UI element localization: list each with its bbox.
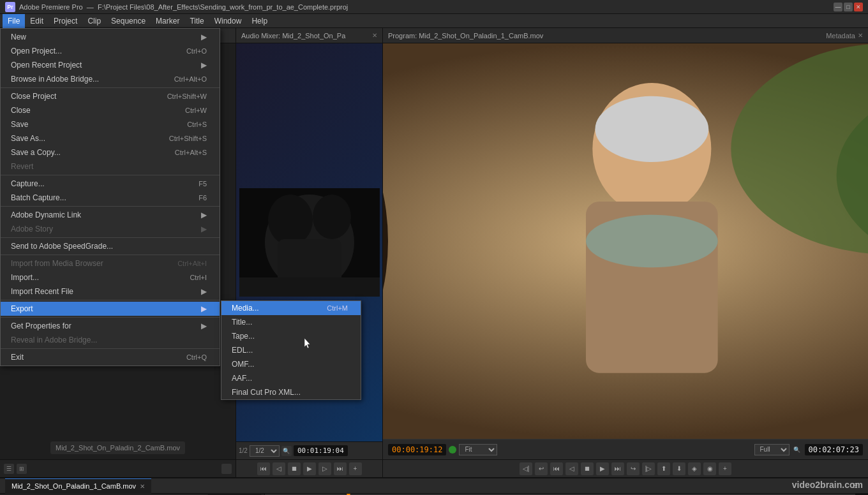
menu-capture[interactable]: Capture... F5	[1, 177, 220, 191]
menu-save-copy[interactable]: Save a Copy... Ctrl+Alt+S	[1, 145, 220, 159]
prog-add-marker[interactable]: +	[719, 462, 731, 475]
source-stop-btn[interactable]: ⏹	[288, 462, 301, 475]
source-monitor: Audio Mixer: Mid_2_Shot_On_Pa ✕ 1/2	[236, 28, 383, 477]
metadata-tab[interactable]: Metadata	[826, 32, 855, 40]
program-fit-select[interactable]: Fit Full 25%	[459, 444, 497, 455]
source-monitor-title: Audio Mixer: Mid_2_Shot_On_Pa	[241, 32, 370, 40]
svg-rect-5	[239, 277, 380, 297]
menu-import-recent-label: Import Recent File	[11, 287, 73, 296]
search-btn[interactable]	[221, 464, 232, 474]
menu-get-properties-label: Get Properties for	[11, 321, 71, 330]
batch-capture-shortcut: F6	[198, 194, 207, 202]
menu-close-project-label: Close Project	[11, 92, 56, 101]
menu-edit[interactable]: Edit	[25, 14, 49, 28]
menu-close-project[interactable]: Close Project Ctrl+Shift+W	[1, 89, 220, 103]
file-menu-section-9: Exit Ctrl+Q	[1, 349, 220, 366]
export-fcpxml-label: Final Cut Pro XML...	[232, 388, 301, 397]
svg-rect-4	[278, 239, 341, 284]
program-monitor-title: Program: Mid_2_Shot_On_Paladin_1_CamB.mo…	[388, 32, 813, 40]
menu-close[interactable]: Close Ctrl+W	[1, 103, 220, 117]
menu-open-project-label: Open Project...	[11, 47, 62, 55]
menu-clip[interactable]: Clip	[82, 14, 106, 28]
close-button[interactable]: ✕	[854, 3, 863, 11]
menu-window[interactable]: Window	[209, 14, 247, 28]
program-video-preview	[383, 43, 868, 439]
menu-open-project[interactable]: Open Project... Ctrl+O	[1, 44, 220, 58]
prog-step-back[interactable]: ⏮	[550, 462, 563, 475]
prog-lift[interactable]: ⬆	[657, 462, 670, 475]
export-edl-label: EDL...	[232, 346, 253, 355]
prog-insert[interactable]: ◈	[688, 462, 701, 475]
menu-save-as[interactable]: Save As... Ctrl+Shift+S	[1, 131, 220, 145]
menu-get-properties[interactable]: Get Properties for ▶	[1, 319, 220, 333]
menu-sequence[interactable]: Sequence	[106, 14, 151, 28]
menu-import[interactable]: Import... Ctrl+I	[1, 270, 220, 284]
timeline-tab[interactable]: Mid_2_Shot_On_Paladin_1_CamB.mov ✕	[5, 478, 151, 494]
menu-save-as-label: Save As...	[11, 134, 45, 143]
prog-overwrite[interactable]: ◉	[703, 462, 716, 475]
prog-back-5[interactable]: ↩	[535, 462, 548, 475]
get-properties-arrow-icon: ▶	[201, 321, 207, 330]
menu-file[interactable]: File	[3, 14, 25, 28]
prog-mark-out[interactable]: |▷	[642, 462, 655, 475]
export-edl[interactable]: EDL...	[221, 343, 361, 357]
program-monitor-close[interactable]: ✕	[858, 32, 863, 39]
list-view-btn[interactable]: ☰	[4, 464, 14, 474]
file-menu-section-8: Get Properties for ▶ Reveal in Adobe Bri…	[1, 318, 220, 349]
program-timecode-out: 00:02:07:23	[805, 444, 863, 455]
menu-export[interactable]: Export ▶	[1, 302, 220, 316]
file-path: F:\Project Files\08_After_Effects\Sendin…	[98, 3, 348, 11]
prog-extract[interactable]: ⬇	[673, 462, 685, 475]
file-menu-section-4: Adobe Dynamic Link ▶ Adobe Story ▶	[1, 207, 220, 238]
menu-import-recent[interactable]: Import Recent File ▶	[1, 284, 220, 299]
export-tape[interactable]: Tape...	[221, 329, 361, 343]
prog-stop[interactable]: ⏹	[581, 462, 594, 475]
export-media-shortcut: Ctrl+M	[327, 304, 348, 312]
export-media[interactable]: Media... Ctrl+M	[221, 301, 361, 315]
menu-speedgrade[interactable]: Send to Adobe SpeedGrade...	[1, 239, 220, 253]
menu-open-recent-label: Open Recent Project	[11, 61, 82, 70]
export-fcpxml[interactable]: Final Cut Pro XML...	[221, 385, 361, 399]
export-omf[interactable]: OMF...	[221, 357, 361, 371]
menu-project[interactable]: Project	[49, 14, 82, 28]
program-quality-select[interactable]: Full Half	[754, 444, 789, 455]
menu-adobe-story: Adobe Story ▶	[1, 222, 220, 236]
prog-fwd-5[interactable]: ↪	[627, 462, 640, 475]
source-step-fwd-btn[interactable]: ⏭	[334, 462, 347, 475]
menu-save-copy-label: Save a Copy...	[11, 148, 61, 157]
title-text: Adobe Premiere Pro — F:\Project Files\08…	[19, 3, 834, 11]
prog-step-fwd[interactable]: ⏭	[611, 462, 624, 475]
source-scale-select[interactable]: 1/2 Full 1/4	[250, 445, 280, 457]
source-monitor-close[interactable]: ✕	[372, 32, 377, 39]
app-name: Adobe Premiere Pro	[19, 3, 83, 11]
source-add-btn[interactable]: +	[349, 462, 362, 475]
menu-browse-bridge[interactable]: Browse in Adobe Bridge... Ctrl+Alt+O	[1, 72, 220, 86]
source-play-out-btn[interactable]: ▷	[318, 462, 331, 475]
menu-title[interactable]: Title	[184, 14, 209, 28]
menu-new[interactable]: New ▶	[1, 30, 220, 44]
menu-marker[interactable]: Marker	[151, 14, 184, 28]
svg-point-3	[313, 195, 351, 239]
prog-mark-in[interactable]: ◁|	[520, 462, 532, 475]
icon-view-btn[interactable]: ⊞	[17, 464, 27, 474]
menu-revert: Revert	[1, 159, 220, 174]
source-play-btn[interactable]: ▶	[303, 462, 316, 475]
menu-new-label: New	[11, 33, 26, 41]
export-title[interactable]: Title...	[221, 315, 361, 329]
menu-dynamic-link[interactable]: Adobe Dynamic Link ▶	[1, 208, 220, 222]
menu-help[interactable]: Help	[246, 14, 273, 28]
prog-play[interactable]: ▶	[596, 462, 609, 475]
menu-exit[interactable]: Exit Ctrl+Q	[1, 350, 220, 364]
minimize-button[interactable]: —	[834, 3, 842, 11]
menu-save[interactable]: Save Ctrl+S	[1, 117, 220, 131]
export-aaf[interactable]: AAF...	[221, 371, 361, 385]
source-play-in-btn[interactable]: ◁	[273, 462, 285, 475]
timeline-tab-close[interactable]: ✕	[140, 483, 145, 490]
prog-play-back[interactable]: ◁	[565, 462, 578, 475]
source-step-back-btn[interactable]: ⏮	[257, 462, 270, 475]
adobe-story-arrow-icon: ▶	[201, 225, 207, 233]
menu-batch-capture[interactable]: Batch Capture... F6	[1, 191, 220, 205]
menu-open-recent[interactable]: Open Recent Project ▶	[1, 58, 220, 72]
maximize-button[interactable]: □	[844, 3, 853, 11]
close-project-shortcut: Ctrl+Shift+W	[167, 92, 207, 100]
